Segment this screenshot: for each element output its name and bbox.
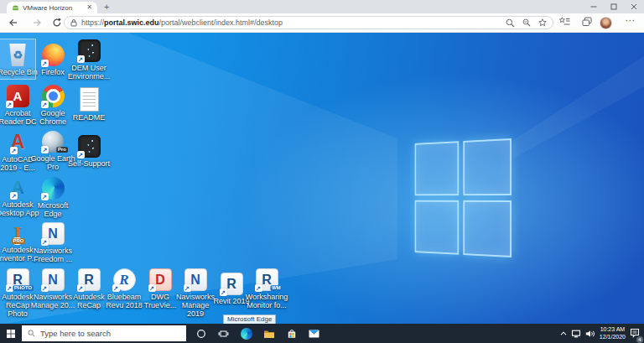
icon-badge: PHOTO (13, 285, 33, 291)
desktop-icon-self-support[interactable]: Self-Support (71, 131, 106, 170)
desktop-icon-worksharing-monitor[interactable]: R WM WorksharingMonitor fo... (249, 268, 284, 308)
window-minimize-button[interactable] (584, 0, 604, 13)
window-close-button[interactable] (624, 0, 644, 13)
collections-icon[interactable] (582, 17, 592, 27)
remote-desktop[interactable]: Recycle Bin Firefox DEM UserEnvironme...… (0, 33, 644, 343)
shortcut-arrow-icon (41, 146, 49, 153)
icon-label: Self-Support (66, 159, 112, 168)
shortcut-arrow-icon (112, 284, 120, 292)
desktop-icon-google-chrome[interactable]: GoogleChrome (35, 85, 70, 124)
tray-chevron-up-icon[interactable] (560, 330, 567, 337)
browser-tabstrip: VMware Horizon (0, 0, 644, 13)
mail-icon (309, 330, 319, 338)
tab-close-icon[interactable] (86, 4, 92, 11)
start-button[interactable] (0, 324, 22, 343)
shortcut-arrow-icon (41, 101, 49, 108)
back-arrow-icon[interactable] (8, 18, 18, 28)
browser-tab-vmware-horizon[interactable]: VMware Horizon (7, 2, 97, 13)
forward-arrow-icon[interactable] (32, 18, 42, 28)
shortcut-arrow-icon (220, 288, 227, 296)
search-icon (28, 330, 35, 337)
maximize-icon (610, 3, 617, 10)
taskbar-edge-button[interactable] (235, 324, 257, 343)
minimize-icon (590, 3, 597, 10)
shortcut-arrow-icon (41, 284, 49, 292)
app-icon (8, 44, 27, 66)
microsoft-edge-icon (241, 328, 252, 340)
desktop-icon-navisworks-manage-2019[interactable]: N NavisworksManage 2019 (178, 268, 213, 308)
shortcut-arrow-icon (6, 284, 13, 292)
profile-avatar[interactable] (600, 17, 612, 29)
vmware-horizon-browser-window: VMware Horizon (0, 0, 644, 343)
taskbar-cortana-button[interactable] (190, 324, 212, 343)
app-icon (80, 87, 99, 112)
shortcut-arrow-icon (77, 284, 85, 292)
shortcut-arrow-icon (148, 284, 156, 292)
desktop-icon-navisworks-freedom[interactable]: N NavisworksFreedom ... (35, 222, 70, 262)
icon-label: WorksharingMonitor fo... (244, 293, 289, 309)
search-placeholder: Type here to search (40, 329, 111, 338)
taskbar-store-button[interactable] (280, 324, 303, 343)
task-view-icon (218, 329, 229, 339)
new-tab-button[interactable] (104, 2, 109, 12)
close-icon (631, 3, 637, 10)
windows-start-icon (7, 330, 15, 338)
notification-count-badge: 4 (636, 336, 643, 343)
icon-badge: WM (271, 285, 283, 291)
shortcut-arrow-icon (184, 284, 191, 292)
shortcut-arrow-icon (10, 192, 18, 200)
desktop-icon-google-earth-pro[interactable]: Pro Google EarthPro (35, 131, 70, 170)
vmware-horizon-favicon-icon (12, 4, 19, 12)
taskbar-file-explorer-button[interactable] (257, 324, 280, 343)
taskbar-mail-button[interactable] (303, 324, 325, 343)
shortcut-arrow-icon (255, 284, 262, 292)
shortcut-arrow-icon (41, 193, 49, 200)
favorites-bar-icon[interactable] (559, 17, 570, 26)
taskbar-search-input[interactable]: Type here to search (22, 325, 186, 341)
desktop-icon-navisworks-manage-20[interactable]: N NavisworksManage 20... (35, 268, 70, 308)
desktop-icon-microsoft-edge[interactable]: MicrosoftEdge (35, 177, 70, 216)
url-text: https://portal.swic.edu/portal/webclient… (81, 18, 283, 27)
refresh-icon[interactable] (52, 18, 62, 28)
window-maximize-button[interactable] (604, 0, 624, 13)
favorite-star-icon[interactable] (538, 18, 547, 27)
desktop-icon-dem-user-environment[interactable]: DEM UserEnvironme... (71, 39, 106, 79)
action-center-button[interactable]: 4 (630, 326, 640, 341)
icon-label: README (66, 113, 112, 122)
zoom-magnifier-icon[interactable] (506, 18, 515, 28)
settings-menu-icon[interactable] (626, 17, 636, 25)
desktop-icon-firefox[interactable]: Firefox (35, 39, 70, 79)
address-bar[interactable]: https://portal.swic.edu/portal/webclient… (64, 16, 553, 29)
icon-label: DEM UserEnvironme... (66, 64, 112, 81)
browser-toolbar: https://portal.swic.edu/portal/webclient… (0, 13, 644, 33)
shortcut-arrow-icon (77, 151, 85, 159)
taskbar-clock[interactable]: 10:23 AM 12/1/2020 (600, 326, 626, 340)
shortcut-arrow-icon (10, 147, 18, 154)
clock-date: 12/1/2020 (600, 334, 626, 340)
shortcut-arrow-icon (77, 55, 85, 63)
cortana-icon (196, 329, 206, 339)
icon-label: NavisworksFreedom ... (30, 247, 75, 263)
magnifier-small-icon[interactable] (522, 18, 531, 27)
icon-label: MicrosoftEdge (30, 201, 75, 218)
shortcut-arrow-icon (6, 101, 13, 108)
volume-icon[interactable] (585, 330, 595, 338)
windows-logo-wallpaper (415, 138, 512, 257)
shortcut-arrow-icon (41, 60, 49, 67)
shortcut-arrow-icon (41, 238, 49, 246)
taskbar-task-view-button[interactable] (212, 324, 235, 343)
microsoft-store-icon (287, 329, 297, 339)
desktop-icon-bluebeam-revu-2018[interactable]: R BluebeamRevu 2018 (106, 268, 142, 308)
file-explorer-icon (263, 329, 275, 339)
icon-badge: Pro (57, 147, 68, 153)
tab-title: VMware Horizon (23, 4, 83, 12)
taskbar: Type here to search (0, 324, 644, 343)
desktop-icon-readme[interactable]: README (71, 85, 106, 124)
clock-time: 10:23 AM (600, 326, 626, 333)
lock-icon (70, 18, 77, 27)
network-icon[interactable] (571, 330, 581, 338)
icon-badge: PRO (12, 238, 25, 244)
